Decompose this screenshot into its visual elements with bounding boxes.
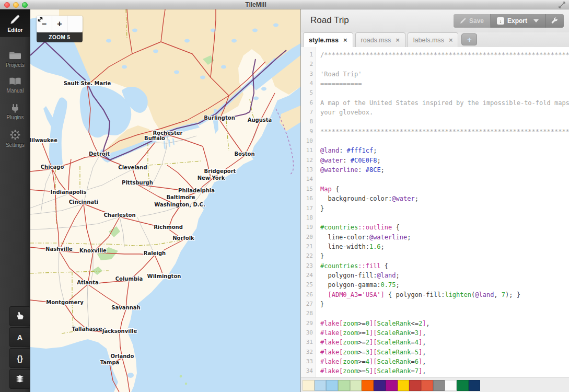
city-label: Jacksonville xyxy=(102,328,137,334)
font-a-icon: A xyxy=(17,333,23,342)
sidebar-item-editor[interactable]: Editor xyxy=(0,9,30,37)
palette-swatch[interactable] xyxy=(433,380,445,391)
tab-style.mss[interactable]: style.mss× xyxy=(303,32,353,47)
palette-swatch[interactable] xyxy=(338,380,350,391)
palette-swatch[interactable] xyxy=(362,380,374,391)
layers-icon xyxy=(15,374,25,384)
project-panel: Road Trip Save ↓ Export style.m xyxy=(300,9,569,392)
city-label: Nashville xyxy=(45,246,73,252)
palette-swatch[interactable] xyxy=(315,380,327,391)
fullscreen-icon[interactable] xyxy=(559,2,565,8)
panel-actions: Save ↓ Export xyxy=(454,14,564,28)
map-preview[interactable]: Sault Ste. MarieMilwaukeeChicagoDetroitC… xyxy=(30,9,300,392)
sidebar-item-plugins[interactable]: Plugins xyxy=(0,98,30,124)
palette-swatch[interactable] xyxy=(398,380,410,391)
file-tabs: style.mss×roads.mss×labels.mss×+ xyxy=(301,32,569,47)
palette-swatch[interactable] xyxy=(409,380,421,391)
gear-icon xyxy=(0,129,30,141)
new-tab-button[interactable]: + xyxy=(461,33,477,45)
city-label: Orlando xyxy=(111,353,134,359)
sidebar-item-manual[interactable]: Manual xyxy=(0,72,30,98)
tab-label: style.mss xyxy=(309,37,339,44)
code-content[interactable]: /***************************************… xyxy=(317,47,569,377)
zoom-level-badge: ZOOM 5 xyxy=(37,32,83,42)
book-icon xyxy=(0,77,30,86)
zoom-in-button[interactable]: + xyxy=(52,16,68,32)
chevron-down-icon xyxy=(533,19,539,22)
tab-labels.mss[interactable]: labels.mss× xyxy=(408,32,459,47)
sidebar-item-projects[interactable]: Projects xyxy=(0,45,30,72)
pencil-icon xyxy=(0,14,30,26)
sidebar-item-label: Editor xyxy=(0,27,30,33)
window-title: TileMill xyxy=(0,1,512,8)
city-label: Tampa xyxy=(100,360,120,365)
city-label: Augusta xyxy=(248,117,272,123)
city-label: Indianapolis xyxy=(51,189,87,195)
wrench-icon xyxy=(551,17,559,25)
sidebar-item-label: Projects xyxy=(0,62,30,68)
close-tab-icon[interactable]: × xyxy=(449,36,453,44)
city-label: Savannah xyxy=(111,305,140,310)
palette-swatch[interactable] xyxy=(469,380,481,391)
city-label: Sault Ste. Marie xyxy=(64,80,111,86)
tab-label: roads.mss xyxy=(361,37,391,44)
palette-swatch[interactable] xyxy=(326,380,338,391)
save-button[interactable]: Save xyxy=(454,14,491,28)
fonts-tool-button[interactable]: A xyxy=(9,327,30,347)
city-label: Cleveland xyxy=(118,165,147,170)
map-zoom-controls: − + xyxy=(37,16,83,32)
city-label: Pittsburgh xyxy=(122,180,153,186)
palette-swatch[interactable] xyxy=(303,380,315,391)
fit-extent-button[interactable] xyxy=(67,16,83,32)
hand-icon xyxy=(15,311,25,322)
palette-swatch[interactable] xyxy=(350,380,362,391)
tab-roads.mss[interactable]: roads.mss× xyxy=(355,32,405,47)
export-button[interactable]: ↓ Export xyxy=(491,14,545,28)
city-label: Tallahassee xyxy=(72,326,106,332)
city-label: Norfolk xyxy=(172,235,194,241)
tab-label: labels.mss xyxy=(413,37,444,44)
city-label: Wilmington xyxy=(147,273,181,279)
city-label: Knoxville xyxy=(79,248,107,253)
carto-reference-tool-button[interactable]: {} xyxy=(9,348,30,368)
city-label: Atlanta xyxy=(77,280,98,285)
city-label: Burlington xyxy=(204,115,235,121)
sidebar: EditorProjectsManualPluginsSettings A{} xyxy=(0,9,30,392)
settings-wrench-button[interactable] xyxy=(545,14,564,28)
city-label: New York xyxy=(198,175,225,181)
tilemill-window: TileMill EditorProjectsManualPluginsSett… xyxy=(0,0,569,392)
pan-hand-tool-button[interactable] xyxy=(9,306,30,326)
layers-tool-button[interactable] xyxy=(9,369,30,389)
palette-swatch[interactable] xyxy=(445,380,457,391)
download-icon: ↓ xyxy=(497,17,504,25)
braces-icon: {} xyxy=(17,354,23,363)
palette-swatch[interactable] xyxy=(421,380,433,391)
project-title: Road Trip xyxy=(310,15,349,26)
city-label: Buffalo xyxy=(144,135,165,141)
palette-swatch[interactable] xyxy=(386,380,398,391)
sidebar-item-label: Settings xyxy=(0,142,30,148)
city-label: Richmond xyxy=(154,224,183,230)
sidebar-item-label: Plugins xyxy=(0,114,30,120)
city-label: Rochester xyxy=(153,130,183,136)
pencil-icon xyxy=(460,18,466,24)
palette-swatch[interactable] xyxy=(374,380,386,391)
editor-footer xyxy=(301,377,569,392)
city-label: Montgomery xyxy=(46,299,84,305)
city-label: Cincinnati xyxy=(69,199,98,205)
code-editor[interactable]: 1 2 3 4 5 6 7 8 9 10 11 12 13 14 15 16 1… xyxy=(301,47,569,377)
city-label: Washington, D.C. xyxy=(154,202,205,207)
plug-icon xyxy=(0,102,30,113)
map-canvas[interactable]: Sault Ste. MarieMilwaukeeChicagoDetroitC… xyxy=(30,9,300,392)
city-label: Philadelphia xyxy=(178,188,215,193)
palette-swatch[interactable] xyxy=(457,380,469,391)
city-label: Baltimore xyxy=(166,194,195,200)
close-tab-icon[interactable]: × xyxy=(343,36,347,44)
panel-header: Road Trip Save ↓ Export xyxy=(301,9,569,32)
city-label: Boston xyxy=(234,151,254,157)
folder-icon xyxy=(0,50,30,61)
diagonal-arrows-icon xyxy=(37,16,44,23)
close-tab-icon[interactable]: × xyxy=(396,36,400,44)
city-label: Bridgeport xyxy=(204,168,236,174)
sidebar-item-settings[interactable]: Settings xyxy=(0,124,30,152)
